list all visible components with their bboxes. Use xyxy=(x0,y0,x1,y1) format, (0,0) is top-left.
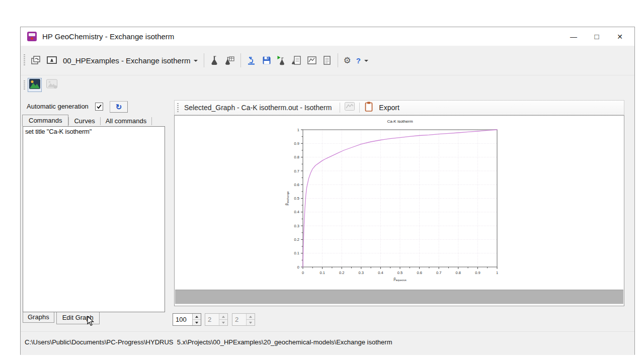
svg-text:βaqueous: βaqueous xyxy=(393,277,407,282)
options-button[interactable]: ⚙ xyxy=(341,55,353,66)
svg-text:Ca-K isotherm: Ca-K isotherm xyxy=(387,119,413,124)
tab-edit-graph[interactable]: Edit Graph xyxy=(56,312,100,324)
maximize-button[interactable]: □ xyxy=(585,27,608,46)
svg-text:0.1: 0.1 xyxy=(319,270,325,275)
zoom-spinner: 100 xyxy=(173,313,201,326)
refresh-button[interactable]: ↻ xyxy=(110,101,128,113)
svg-text:0.1: 0.1 xyxy=(294,251,299,255)
tab-all-commands[interactable]: All commands xyxy=(101,116,152,126)
document-flask-icon xyxy=(291,55,302,66)
show-picture-button[interactable] xyxy=(28,78,42,92)
run-calculation-button[interactable] xyxy=(274,53,289,67)
chart-image-icon xyxy=(306,55,317,66)
run-flask-icon xyxy=(276,55,287,66)
svg-text:0.2: 0.2 xyxy=(294,237,299,242)
open-project-icon xyxy=(30,54,42,66)
svg-text:1: 1 xyxy=(496,270,498,275)
spinner-down-button[interactable] xyxy=(247,319,255,325)
header-separator xyxy=(359,103,360,113)
rows-spinner-value[interactable]: 2 xyxy=(205,314,219,325)
tab-separator xyxy=(151,117,152,125)
svg-text:βexchange: βexchange xyxy=(284,191,289,205)
graph-toolbar xyxy=(21,75,634,94)
tab-commands[interactable]: Commands xyxy=(22,115,68,126)
graph-view-button[interactable] xyxy=(304,53,319,67)
window-title: HP GeoChemistry - Exchange isotherm xyxy=(42,32,174,41)
open-project-button[interactable] xyxy=(28,53,44,68)
refresh-icon: ↻ xyxy=(116,103,122,111)
project-manager-button[interactable] xyxy=(44,53,60,68)
svg-text:0.3: 0.3 xyxy=(294,224,299,228)
chevron-down-icon xyxy=(194,60,198,62)
export-button[interactable]: Export xyxy=(379,104,399,112)
spinner-up-button[interactable] xyxy=(247,314,255,319)
isotherm-chart: 00.10.20.30.40.50.60.70.80.9100.10.20.30… xyxy=(175,116,624,290)
bottom-tabs: Graphs Edit Graph xyxy=(23,312,100,324)
spinner-down-button[interactable] xyxy=(193,319,201,325)
help-menu[interactable]: ? xyxy=(353,55,371,66)
tab-graphs[interactable]: Graphs xyxy=(23,312,54,323)
text-output-button[interactable] xyxy=(319,53,335,67)
spinner-up-button[interactable] xyxy=(219,314,227,319)
toolbar-grip[interactable] xyxy=(24,54,25,66)
status-bar: C:\Users\Public\Documents\PC-Progress\HY… xyxy=(21,331,634,355)
svg-text:1: 1 xyxy=(297,128,299,132)
picture-disabled-icon xyxy=(46,78,58,92)
rows-spinner: 2 xyxy=(205,313,228,326)
close-button[interactable]: ✕ xyxy=(608,27,631,46)
svg-text:0.7: 0.7 xyxy=(294,169,299,173)
svg-text:0.8: 0.8 xyxy=(294,155,299,159)
toolbar-grip[interactable] xyxy=(177,103,179,112)
svg-text:0.4: 0.4 xyxy=(378,270,383,275)
save-icon xyxy=(261,55,272,66)
commands-editor[interactable]: set title "Ca-K isotherm" xyxy=(23,126,165,312)
chevron-down-icon xyxy=(364,60,368,62)
copy-to-clipboard-button[interactable] xyxy=(363,101,375,115)
svg-text:0.8: 0.8 xyxy=(456,270,461,275)
picture-icon xyxy=(29,78,41,92)
toolbar-separator xyxy=(338,53,338,67)
svg-text:0.6: 0.6 xyxy=(417,270,422,275)
auto-generation-label: Automatic generation xyxy=(27,103,89,110)
flask-results-button[interactable] xyxy=(222,53,237,67)
project-selector-label: 00_HPExamples - Exchange isotherm xyxy=(63,56,190,65)
svg-text:0.4: 0.4 xyxy=(294,210,299,214)
graph-panel: 00.10.20.30.40.50.60.70.80.9100.10.20.30… xyxy=(174,115,624,306)
project-path: C:\Users\Public\Documents\PC-Progress\HY… xyxy=(25,338,392,346)
header-separator xyxy=(340,103,340,113)
toolbar-separator xyxy=(240,53,241,67)
inspect-results-button[interactable] xyxy=(244,53,259,67)
svg-text:0.7: 0.7 xyxy=(436,270,441,275)
clipboard-icon xyxy=(364,101,374,114)
minimize-button[interactable]: — xyxy=(562,27,585,46)
cols-spinner: 2 xyxy=(232,313,255,326)
help-label: ? xyxy=(356,56,361,65)
zoom-spinner-value[interactable]: 100 xyxy=(173,314,192,325)
microscope-icon xyxy=(246,55,257,66)
app-window: HP GeoChemistry - Exchange isotherm — □ … xyxy=(20,27,635,355)
svg-text:0: 0 xyxy=(297,265,299,269)
toolbar-grip[interactable] xyxy=(24,80,25,89)
chart-preview-disabled-button[interactable] xyxy=(343,101,356,114)
chemistry-definition-button[interactable] xyxy=(207,53,222,67)
text-document-icon xyxy=(321,55,333,66)
spinner-down-button[interactable] xyxy=(219,319,227,325)
app-icon xyxy=(27,32,37,41)
report-button[interactable] xyxy=(289,53,304,67)
flask-table-icon xyxy=(224,55,235,66)
graph-header-title: Selected_Graph - Ca-K isotherm.out - Iso… xyxy=(184,104,332,112)
cols-spinner-value[interactable]: 2 xyxy=(232,314,246,325)
gear-icon: ⚙ xyxy=(343,56,351,65)
auto-generation-checkbox[interactable] xyxy=(95,103,103,111)
svg-text:0.9: 0.9 xyxy=(294,141,299,146)
desktop: HP GeoChemistry - Exchange isotherm — □ … xyxy=(0,0,644,362)
svg-text:0: 0 xyxy=(302,270,304,275)
spinner-up-button[interactable] xyxy=(193,314,201,319)
save-button[interactable] xyxy=(259,53,274,67)
flask-icon xyxy=(209,55,220,66)
project-selector-dropdown[interactable]: 00_HPExamples - Exchange isotherm xyxy=(60,55,201,66)
check-icon xyxy=(96,104,102,110)
picture-disabled-button[interactable] xyxy=(45,78,59,92)
project-window-icon xyxy=(46,54,58,66)
tab-curves[interactable]: Curves xyxy=(69,116,100,126)
